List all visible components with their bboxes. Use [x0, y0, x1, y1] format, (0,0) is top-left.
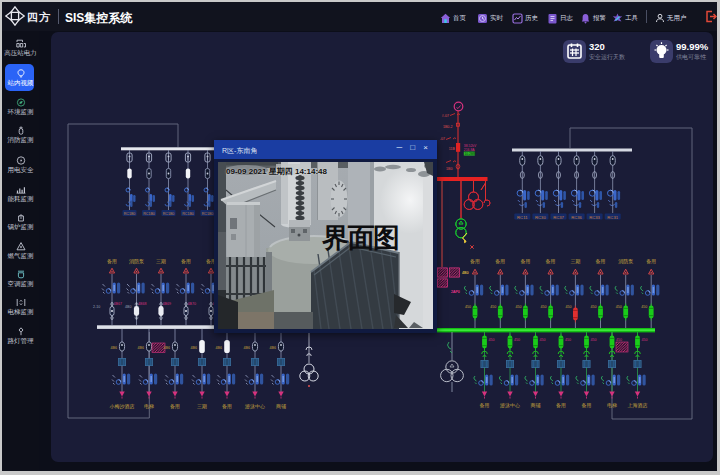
svg-text:备用: 备用 — [495, 258, 505, 265]
svg-text:电梯: 电梯 — [607, 402, 617, 408]
svg-text:450: 450 — [591, 338, 597, 342]
svg-text:450: 450 — [540, 338, 546, 342]
svg-text:RC11: RC11 — [517, 215, 528, 220]
svg-text:备用: 备用 — [556, 402, 566, 409]
svg-text:游泳中心: 游泳中心 — [499, 402, 520, 409]
svg-text:备用: 备用 — [222, 403, 232, 410]
svg-text:450: 450 — [616, 305, 622, 309]
svg-text:商铺: 商铺 — [531, 402, 541, 408]
svg-text:4B69: 4B69 — [163, 302, 171, 306]
svg-text:备用: 备用 — [582, 402, 592, 409]
svg-text:450: 450 — [591, 305, 597, 309]
svg-text:4B6: 4B6 — [244, 346, 250, 350]
svg-text:4B68: 4B68 — [138, 302, 146, 306]
svg-text:三期: 三期 — [197, 403, 207, 409]
svg-text:2-10: 2-10 — [93, 305, 100, 309]
svg-text:备用: 备用 — [646, 258, 656, 265]
svg-text:10.2MW: 10.2MW — [465, 152, 477, 156]
svg-text:备用: 备用 — [107, 258, 117, 265]
svg-text:4B6: 4B6 — [216, 346, 222, 350]
svg-text:450: 450 — [490, 305, 496, 309]
svg-text:11B: 11B — [449, 147, 456, 151]
svg-text:RC31: RC31 — [607, 215, 618, 220]
svg-text:4B6: 4B6 — [270, 346, 276, 350]
svg-text:RC33: RC33 — [589, 215, 600, 220]
svg-text:450: 450 — [515, 305, 521, 309]
svg-text:商铺: 商铺 — [276, 403, 286, 409]
svg-text:450: 450 — [565, 338, 571, 342]
svg-text:备用: 备用 — [181, 258, 191, 265]
svg-text:RC30: RC30 — [535, 215, 546, 220]
svg-text:1B0-2: 1B0-2 — [443, 125, 453, 129]
svg-text:RC1B0: RC1B0 — [202, 212, 214, 216]
svg-text:备用: 备用 — [596, 258, 606, 265]
svg-text:三期: 三期 — [570, 258, 580, 264]
svg-text:备用: 备用 — [480, 402, 490, 409]
svg-text:4B6: 4B6 — [164, 346, 170, 350]
svg-text:450: 450 — [541, 305, 547, 309]
svg-text:RC37: RC37 — [553, 215, 564, 220]
svg-text:2AP0: 2AP0 — [451, 290, 460, 294]
svg-text:备用: 备用 — [470, 258, 480, 265]
svg-text:游泳中心: 游泳中心 — [244, 403, 265, 410]
svg-text:4B6: 4B6 — [191, 346, 197, 350]
svg-text:小梅沙酒店: 小梅沙酒店 — [110, 403, 135, 410]
svg-text:RC1B0: RC1B0 — [124, 212, 136, 216]
svg-text:备用: 备用 — [170, 403, 180, 410]
svg-text:1B0: 1B0 — [446, 167, 452, 171]
svg-text:450: 450 — [616, 338, 622, 342]
svg-text:450: 450 — [489, 338, 495, 342]
svg-text:上海酒店: 上海酒店 — [628, 402, 648, 409]
svg-text:RC1B0: RC1B0 — [143, 212, 155, 216]
svg-text:备用: 备用 — [546, 258, 556, 265]
svg-text:RC1B0: RC1B0 — [163, 212, 175, 216]
svg-text:#-07: #-07 — [442, 114, 449, 118]
svg-text:三期: 三期 — [156, 258, 166, 264]
svg-text:450: 450 — [465, 305, 471, 309]
svg-text:4B0: 4B0 — [462, 271, 468, 275]
svg-text:4B0: 4B0 — [125, 305, 131, 309]
svg-text:450: 450 — [514, 338, 520, 342]
svg-text:450: 450 — [642, 338, 648, 342]
svg-text:4B6: 4B6 — [138, 346, 144, 350]
svg-text:RC1B0: RC1B0 — [182, 212, 194, 216]
svg-text:消防泵: 消防泵 — [618, 258, 633, 265]
svg-text:4B70: 4B70 — [188, 302, 196, 306]
svg-text:4B67: 4B67 — [114, 302, 122, 306]
svg-text:450: 450 — [641, 305, 647, 309]
svg-text:备用: 备用 — [520, 258, 530, 265]
svg-text:电梯: 电梯 — [144, 403, 154, 409]
svg-text:RC36: RC36 — [571, 215, 582, 220]
svg-text:消防泵: 消防泵 — [129, 258, 144, 265]
svg-text:450: 450 — [565, 305, 571, 309]
svg-text:4B6: 4B6 — [111, 346, 117, 350]
svg-text:-07: -07 — [440, 137, 445, 141]
